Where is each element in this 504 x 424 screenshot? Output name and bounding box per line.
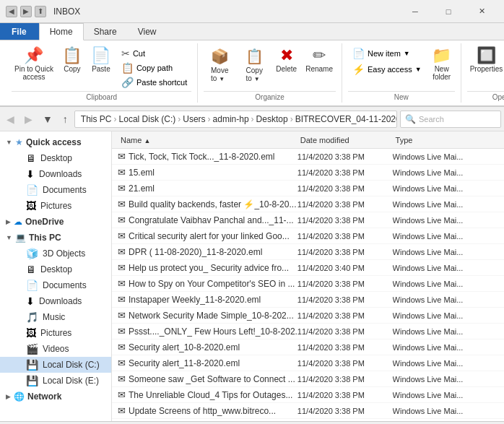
- new-item-button[interactable]: 📄 New item ▼: [348, 46, 426, 61]
- ribbon-group-open: 🔲 Properties Op... Edi... His... Open: [461, 43, 504, 103]
- sidebar-item-downloads2[interactable]: ⬇ Downloads: [0, 293, 111, 309]
- quick-access-label: Quick access: [26, 137, 82, 147]
- documents2-icon: 📄: [26, 280, 38, 291]
- rename-icon: ✏: [313, 48, 326, 64]
- table-row[interactable]: ✉ Someone saw _Get Software to Connect .…: [112, 371, 504, 387]
- tab-home[interactable]: Home: [39, 23, 84, 40]
- sidebar-item-pictures[interactable]: 🖼 Pictures: [0, 198, 111, 214]
- delete-button[interactable]: ✖ Delete: [273, 46, 300, 74]
- table-row[interactable]: ✉ Help us protect you_ Security advice f…: [112, 260, 504, 276]
- sidebar-item-documents-label: Documents: [43, 185, 87, 195]
- table-row[interactable]: ✉ DPR ( 11-08-2020)_11-8-2020.eml 11/4/2…: [112, 244, 504, 260]
- sidebar-item-local-c[interactable]: 💾 Local Disk (C:): [0, 357, 111, 373]
- onedrive-arrow: ▶: [6, 218, 11, 225]
- file-date-cell: 11/4/2020 3:38 PM: [297, 327, 393, 336]
- sidebar-section-network[interactable]: ▶ 🌐 Network: [0, 389, 111, 404]
- address-bar[interactable]: This PC › Local Disk (C:) › Users › admi…: [74, 111, 397, 128]
- file-date-cell: 11/4/2020 3:38 PM: [297, 184, 393, 193]
- easy-access-button[interactable]: ⚡ Easy access ▼: [348, 62, 426, 77]
- tab-view[interactable]: View: [128, 23, 168, 40]
- file-date-cell: 11/4/2020 3:38 PM: [297, 295, 393, 304]
- table-row[interactable]: ✉ Security alert_10-8-2020.eml 11/4/2020…: [112, 339, 504, 355]
- table-row[interactable]: ✉ Critical security alert for your linke…: [112, 228, 504, 244]
- quick-access-star-icon: ★: [15, 137, 23, 147]
- table-row[interactable]: ✉ Security alert_11-8-2020.eml 11/4/2020…: [112, 355, 504, 371]
- search-box[interactable]: 🔍 Search: [400, 111, 501, 128]
- properties-button[interactable]: 🔲 Properties: [467, 46, 504, 74]
- this-pc-label: This PC: [29, 233, 61, 243]
- table-row[interactable]: ✉ Instapaper Weekly_11-8-2020.eml 11/4/2…: [112, 292, 504, 308]
- copy-button[interactable]: 📋 Copy: [59, 46, 85, 74]
- status-bar: 18 items ☰ ⊞: [0, 421, 504, 424]
- paste-shortcut-button[interactable]: 🔗 Paste shortcut: [117, 75, 191, 90]
- cut-button[interactable]: ✂ Cut: [117, 46, 191, 61]
- minimize-button[interactable]: ─: [399, 0, 432, 23]
- copy-path-button[interactable]: 📋 Copy path: [117, 61, 191, 75]
- tab-file[interactable]: File: [0, 23, 39, 40]
- table-row[interactable]: ✉ 21.eml 11/4/2020 3:38 PM Windows Live …: [112, 181, 504, 196]
- table-row[interactable]: ✉ The Unreliable Cloud_4 Tips for Outage…: [112, 387, 504, 403]
- sidebar-item-local-e[interactable]: 💾 Local Disk (E:): [0, 373, 111, 389]
- sidebar-item-desktop2[interactable]: 🖥 Desktop: [0, 261, 111, 277]
- file-date-cell: 11/4/2020 3:38 PM: [297, 216, 393, 225]
- file-date-cell: 11/4/2020 3:38 PM: [297, 359, 393, 368]
- sidebar-item-documents2[interactable]: 📄 Documents: [0, 277, 111, 293]
- forward-icon[interactable]: ▶: [20, 6, 32, 17]
- sidebar-item-music[interactable]: 🎵 Music: [0, 309, 111, 325]
- sidebar-item-videos[interactable]: 🎬 Videos: [0, 341, 111, 357]
- table-row[interactable]: ✉ Congratulate Vaibhav Panchal and..._11…: [112, 212, 504, 228]
- col-header-type[interactable]: Type: [393, 134, 498, 146]
- forward-button[interactable]: ▶: [21, 111, 36, 128]
- table-row[interactable]: ✉ Tick, Tock, Tick Tock..._11-8-2020.eml…: [112, 149, 504, 165]
- sidebar-item-3d-objects[interactable]: 🧊 3D Objects: [0, 246, 111, 261]
- sidebar-section-quick-access[interactable]: ▼ ★ Quick access: [0, 134, 111, 150]
- move-to-button[interactable]: 📦 Moveto ▼: [204, 46, 235, 84]
- col-header-name[interactable]: Name ▲: [118, 134, 297, 146]
- table-row[interactable]: ✉ Update Screens of http_www.bitreco... …: [112, 403, 504, 419]
- addr-this-pc: This PC: [81, 114, 112, 124]
- sidebar-item-downloads[interactable]: ⬇ Downloads: [0, 166, 111, 182]
- sidebar-item-documents[interactable]: 📄 Documents: [0, 182, 111, 198]
- email-file-icon: ✉: [118, 183, 126, 194]
- title-bar: ◀ ▶ ⬆ INBOX ─ □ ✕: [0, 0, 504, 23]
- file-name-cell: ✉ 15.eml: [118, 167, 297, 178]
- rename-button[interactable]: ✏ Rename: [303, 46, 336, 74]
- file-name-cell: ✉ 21.eml: [118, 183, 297, 194]
- clipboard-group-label: Clipboard: [12, 91, 191, 103]
- table-row[interactable]: ✉ How to Spy on Your Competitor's SEO in…: [112, 276, 504, 292]
- copy-label: Copy: [64, 65, 80, 73]
- maximize-button[interactable]: □: [432, 0, 465, 23]
- table-row[interactable]: ✉ 15.eml 11/4/2020 3:38 PM Windows Live …: [112, 165, 504, 181]
- sidebar-section-this-pc[interactable]: ▼ 💻 This PC: [0, 230, 111, 246]
- sidebar-item-desktop[interactable]: 🖥 Desktop: [0, 150, 111, 166]
- sidebar-item-pictures2[interactable]: 🖼 Pictures: [0, 325, 111, 341]
- file-type-cell: Windows Live Mai...: [393, 216, 498, 225]
- up-icon[interactable]: ⬆: [35, 6, 46, 17]
- back-icon[interactable]: ◀: [6, 6, 17, 17]
- up-nav-button[interactable]: ↑: [59, 111, 71, 128]
- table-row[interactable]: ✉ Pssst...._ONLY_ Few Hours Left!_10-8-2…: [112, 324, 504, 339]
- recent-button[interactable]: ▼: [39, 111, 56, 128]
- file-name-cell: ✉ Security alert_11-8-2020.eml: [118, 358, 297, 368]
- new-folder-icon: 📁: [432, 48, 451, 64]
- tab-share[interactable]: Share: [84, 23, 128, 40]
- file-name-cell: ✉ Network Security Made Simple_10-8-202.…: [118, 310, 297, 321]
- sidebar-section-onedrive[interactable]: ▶ ☁ OneDrive: [0, 214, 111, 230]
- file-type-cell: Windows Live Mai...: [393, 152, 498, 161]
- new-folder-button[interactable]: 📁 Newfolder: [429, 46, 455, 82]
- close-button[interactable]: ✕: [465, 0, 498, 23]
- new-item-label: New item: [368, 49, 401, 58]
- file-type-cell: Windows Live Mai...: [393, 248, 498, 256]
- table-row[interactable]: ✉ Network Security Made Simple_10-8-202.…: [112, 308, 504, 324]
- pin-to-quick-access-button[interactable]: 📌 Pin to Quickaccess: [12, 46, 56, 82]
- addr-bitrecover: BITRECOVER_04-11-2020 03-37: [295, 114, 397, 124]
- table-row[interactable]: ✉ Build quality backends, faster ⚡_10-8-…: [112, 196, 504, 212]
- new-item-icon: 📄: [352, 48, 365, 59]
- sidebar-item-downloads2-label: Downloads: [39, 296, 82, 306]
- col-header-date[interactable]: Date modified: [297, 134, 393, 146]
- search-placeholder: Search: [419, 115, 444, 124]
- back-button[interactable]: ◀: [3, 111, 18, 128]
- table-row[interactable]: ✉ Your single-use code_11-8-2020.eml 11/…: [112, 419, 504, 421]
- copy-to-button[interactable]: 📋 Copyto ▼: [238, 46, 270, 84]
- paste-button[interactable]: 📄 Paste: [88, 46, 114, 74]
